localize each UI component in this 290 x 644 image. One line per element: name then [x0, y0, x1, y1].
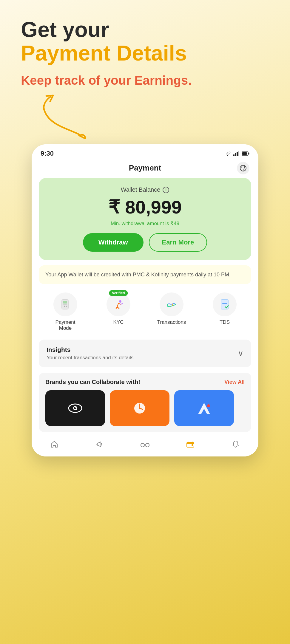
- status-time: 9:30: [41, 150, 54, 157]
- app-header: Payment: [32, 160, 258, 178]
- info-icon[interactable]: i: [163, 187, 169, 193]
- quick-link-transactions[interactable]: Transactions: [145, 292, 198, 331]
- svg-rect-4: [238, 151, 240, 156]
- notice-card: Your App Wallet will be credited with PM…: [39, 265, 251, 284]
- hero-section: Get your Payment Details: [0, 18, 290, 65]
- kyc-icon: [112, 298, 125, 311]
- payment-mode-icon: [59, 298, 72, 311]
- signal-icon: [233, 151, 239, 156]
- battery-icon: [242, 151, 249, 156]
- insights-chevron: ∨: [238, 349, 243, 358]
- insights-title: Insights: [47, 346, 133, 353]
- kyc-icon-wrap: Verified: [107, 292, 130, 316]
- brands-section: Brands you can Collaborate with! View Al…: [39, 373, 251, 432]
- wallet-buttons: Withdraw Earn More: [48, 233, 242, 252]
- svg-point-0: [227, 155, 228, 156]
- kyc-label: KYC: [113, 319, 124, 325]
- payment-mode-icon-wrap: [53, 292, 77, 316]
- quick-link-kyc[interactable]: Verified KYC: [92, 292, 145, 331]
- transactions-icon-wrap: [160, 292, 183, 316]
- earn-more-button[interactable]: Earn More: [149, 233, 207, 252]
- brand-item-3[interactable]: [174, 390, 234, 426]
- quick-link-payment-mode[interactable]: PaymentMode: [39, 292, 92, 331]
- svg-rect-1: [233, 154, 235, 156]
- wallet-icon: [186, 441, 195, 450]
- transactions-label: Transactions: [157, 319, 186, 325]
- quick-link-tds[interactable]: TDS: [198, 292, 251, 331]
- withdraw-button[interactable]: Withdraw: [83, 233, 144, 252]
- wifi-icon: [224, 151, 231, 156]
- status-bar: 9:30: [32, 144, 258, 160]
- svg-rect-14: [63, 304, 67, 305]
- svg-rect-16: [221, 300, 228, 309]
- quick-links: PaymentMode Verified KYC: [39, 290, 251, 334]
- infinity-icon: [140, 441, 150, 450]
- brands-row: [45, 390, 245, 426]
- hero-subtitle-section: Keep track of your Earnings.: [0, 73, 290, 88]
- hero-title-line1: Get your: [21, 18, 269, 41]
- svg-point-13: [66, 306, 67, 307]
- wallet-min-withdrawal: Min. withdrawal amount is ₹49: [111, 220, 179, 227]
- payment-mode-label: PaymentMode: [55, 319, 75, 331]
- notice-text: Your App Wallet will be credited with PM…: [45, 271, 245, 279]
- bell-icon: [232, 440, 240, 451]
- svg-rect-30: [192, 444, 193, 446]
- tds-icon-wrap: [213, 292, 237, 316]
- megaphone-icon: [95, 440, 104, 451]
- svg-point-27: [139, 408, 141, 409]
- arrow-decoration: [0, 91, 290, 144]
- arrow-svg: [21, 94, 98, 141]
- svg-point-23: [75, 407, 76, 408]
- brands-title: Brands you can Collaborate with!: [45, 379, 140, 386]
- svg-point-9: [243, 170, 243, 171]
- phone-mockup: 9:30 Payment: [32, 144, 258, 456]
- status-icons: [224, 151, 249, 156]
- transactions-icon: [165, 298, 178, 311]
- nav-wallet[interactable]: [168, 441, 213, 450]
- brands-view-all[interactable]: View All: [224, 379, 245, 385]
- hero-subtitle: Keep track of your Earnings.: [21, 73, 269, 88]
- svg-point-15: [119, 300, 121, 303]
- insights-card[interactable]: Insights Your recent transactions and it…: [39, 340, 251, 367]
- nav-home[interactable]: [32, 440, 77, 451]
- wallet-amount: ₹ 80,999: [108, 196, 182, 218]
- verified-badge: Verified: [109, 290, 128, 296]
- tds-label: TDS: [220, 319, 230, 325]
- bottom-nav: [32, 435, 258, 456]
- nav-infinity[interactable]: [122, 441, 168, 450]
- brands-header: Brands you can Collaborate with! View Al…: [45, 379, 245, 386]
- svg-rect-7: [242, 152, 247, 155]
- svg-rect-6: [249, 153, 249, 154]
- svg-rect-2: [235, 153, 236, 156]
- brand-item-1[interactable]: [45, 390, 105, 426]
- nav-campaigns[interactable]: [77, 440, 122, 451]
- svg-point-12: [64, 306, 65, 307]
- tds-icon: [218, 298, 231, 311]
- insights-subtitle: Your recent transactions and its details: [47, 355, 133, 361]
- wallet-card: Wallet Balance i ₹ 80,999 Min. withdrawa…: [39, 178, 251, 260]
- header-title: Payment: [129, 163, 161, 173]
- home-icon: [50, 440, 58, 451]
- brand-item-2[interactable]: [110, 390, 169, 426]
- wallet-label-row: Wallet Balance i: [121, 186, 169, 193]
- support-icon[interactable]: [237, 162, 249, 174]
- hero-title-line2: Payment Details: [21, 41, 269, 65]
- insights-left: Insights Your recent transactions and it…: [47, 346, 133, 361]
- svg-rect-11: [63, 301, 67, 304]
- wallet-label: Wallet Balance: [121, 186, 161, 193]
- svg-point-28: [207, 404, 210, 407]
- nav-notifications[interactable]: [213, 440, 258, 451]
- svg-rect-3: [237, 152, 238, 156]
